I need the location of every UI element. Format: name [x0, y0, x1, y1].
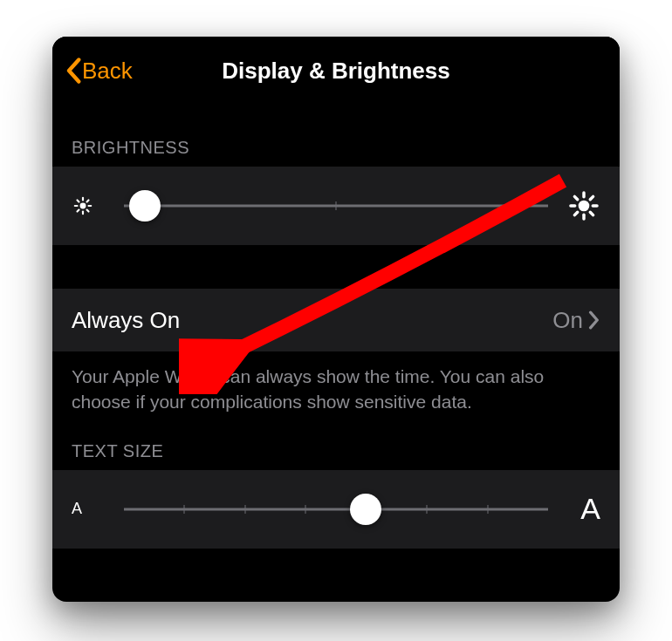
- brightness-slider[interactable]: [124, 188, 548, 223]
- text-size-header: TEXT SIZE: [52, 415, 620, 470]
- text-size-max-icon: A: [562, 492, 600, 526]
- svg-point-0: [80, 203, 86, 209]
- text-size-slider-row: A A: [52, 470, 620, 549]
- svg-line-6: [87, 210, 89, 212]
- svg-line-5: [78, 201, 79, 202]
- svg-line-15: [590, 212, 593, 215]
- svg-line-8: [87, 201, 89, 202]
- always-on-footer: Your Apple Watch can always show the tim…: [52, 351, 620, 415]
- sun-large-icon: [562, 189, 600, 222]
- settings-screen: Back Display & Brightness BRIGHTNESS: [52, 37, 620, 602]
- always-on-label: Always On: [72, 307, 180, 334]
- text-size-slider[interactable]: [124, 492, 548, 527]
- svg-line-17: [590, 196, 593, 199]
- svg-line-16: [574, 212, 577, 215]
- always-on-value-wrap: On: [552, 307, 600, 334]
- chevron-right-icon: [588, 310, 600, 330]
- svg-line-14: [574, 196, 577, 199]
- sun-small-icon: [72, 194, 110, 217]
- brightness-header: BRIGHTNESS: [52, 105, 620, 167]
- back-label: Back: [82, 58, 133, 85]
- page-title: Display & Brightness: [52, 58, 620, 85]
- always-on-row[interactable]: Always On On: [52, 289, 620, 351]
- slider-track: [124, 508, 548, 510]
- svg-point-9: [579, 201, 590, 212]
- navbar: Back Display & Brightness: [52, 37, 620, 105]
- svg-line-7: [78, 210, 79, 212]
- brightness-slider-thumb[interactable]: [129, 190, 161, 222]
- text-size-min-icon: A: [72, 500, 110, 518]
- back-button[interactable]: Back: [65, 58, 133, 85]
- brightness-slider-row: [52, 167, 620, 245]
- text-size-slider-thumb[interactable]: [350, 494, 381, 525]
- chevron-left-icon: [65, 58, 82, 84]
- always-on-value: On: [552, 307, 583, 334]
